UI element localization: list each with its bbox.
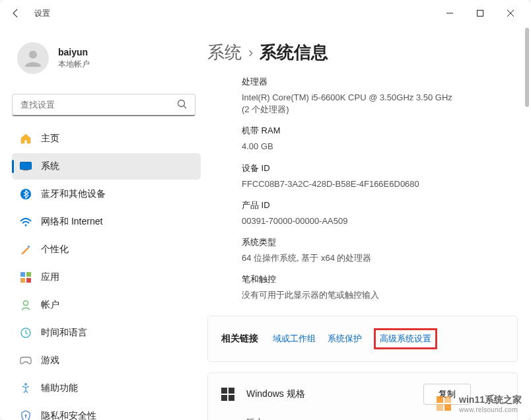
spec-label-cpu: 处理器 — [242, 76, 518, 88]
spec-label-version: 版本 — [246, 417, 504, 420]
windows-spec-title: Windows 规格 — [246, 388, 411, 400]
watermark-text: win11系统之家 — [459, 394, 522, 406]
nav-label: 系统 — [41, 160, 59, 172]
nav-gaming[interactable]: 游戏 — [12, 347, 201, 374]
main-pane: 系统 › 系统信息 处理器 Intel(R) Core(TM) i5-6600K… — [205, 26, 531, 420]
svg-rect-13 — [26, 272, 31, 277]
nav-bluetooth[interactable]: 蓝牙和其他设备 — [12, 181, 201, 207]
nav-network[interactable]: 网络和 Internet — [12, 209, 201, 235]
nav-label: 帐户 — [41, 299, 59, 311]
nav-home[interactable]: 主页 — [12, 125, 201, 152]
svg-rect-22 — [437, 396, 443, 403]
search-box — [12, 94, 195, 116]
app-title: 设置 — [34, 8, 50, 19]
link-system-protection[interactable]: 系统保护 — [328, 333, 362, 345]
breadcrumb: 系统 › 系统信息 — [207, 26, 518, 76]
svg-point-4 — [29, 51, 37, 59]
device-specs: 处理器 Intel(R) Core(TM) i5-6600K CPU @ 3.5… — [207, 76, 518, 301]
titlebar: 设置 — [0, 0, 531, 26]
close-button[interactable] — [495, 3, 526, 24]
watermark-logo — [435, 395, 454, 413]
nav-list: 主页 系统 蓝牙和其他设备 网络和 Internet 个性化 — [12, 125, 205, 420]
nav-privacy[interactable]: 隐私和安全性 — [12, 403, 201, 420]
page-title: 系统信息 — [260, 41, 328, 64]
spec-value-system-type: 64 位操作系统, 基于 x64 的处理器 — [242, 252, 518, 264]
svg-rect-24 — [437, 404, 443, 411]
nav-label: 隐私和安全性 — [41, 410, 96, 420]
spec-value-pen-touch: 没有可用于此显示器的笔或触控输入 — [242, 289, 518, 301]
personalization-icon — [20, 244, 32, 256]
nav-label: 个性化 — [41, 244, 69, 256]
spec-label-product-id: 产品 ID — [242, 199, 518, 211]
scrollbar-thumb[interactable] — [525, 28, 529, 107]
spec-value-device-id: FFCC08B7-3A2C-428D-B58E-4F166E6D0680 — [242, 178, 518, 190]
nav-time[interactable]: 时间和语言 — [12, 320, 201, 346]
related-links-label: 相关链接 — [221, 333, 258, 345]
apps-icon — [20, 271, 32, 283]
sidebar: baiyun 本地帐户 主页 系统 — [0, 26, 205, 420]
svg-rect-14 — [20, 278, 25, 283]
nav-label: 辅助功能 — [41, 382, 78, 394]
nav-accounts[interactable]: 帐户 — [12, 292, 201, 318]
svg-rect-8 — [23, 170, 28, 170]
user-icon — [22, 48, 44, 69]
svg-rect-23 — [444, 396, 451, 403]
spec-value-product-id: 00391-70000-00000-AA509 — [242, 215, 518, 227]
svg-line-6 — [184, 106, 187, 109]
nav-personalization[interactable]: 个性化 — [12, 236, 201, 263]
search-icon[interactable] — [177, 99, 188, 112]
spec-value-cpu: Intel(R) Core(TM) i5-6600K CPU @ 3.50GHz… — [242, 92, 518, 116]
nav-label: 时间和语言 — [41, 327, 87, 339]
nav-label: 网络和 Internet — [41, 216, 102, 228]
maximize-button[interactable] — [465, 3, 495, 24]
system-icon — [20, 160, 32, 172]
nav-label: 主页 — [41, 133, 59, 145]
minimize-icon — [446, 10, 453, 17]
back-button[interactable] — [5, 3, 26, 24]
accessibility-icon — [20, 382, 32, 394]
svg-rect-15 — [26, 278, 31, 283]
arrow-left-icon — [11, 8, 21, 18]
nav-apps[interactable]: 应用 — [12, 264, 201, 291]
svg-rect-20 — [25, 416, 26, 418]
svg-point-10 — [25, 225, 27, 227]
user-block[interactable]: baiyun 本地帐户 — [12, 34, 205, 82]
privacy-icon — [20, 410, 32, 420]
nav-accessibility[interactable]: 辅助功能 — [12, 375, 201, 402]
watermark-url: www.relsound.com — [459, 406, 522, 413]
svg-point-18 — [24, 383, 27, 386]
svg-point-5 — [178, 100, 185, 107]
spec-value-ram: 4.00 GB — [242, 141, 518, 153]
search-input[interactable] — [12, 94, 195, 116]
windows-icon — [221, 388, 234, 401]
time-icon — [20, 327, 32, 339]
related-links-bar: 相关链接 域或工作组 系统保护 高级系统设置 — [207, 316, 518, 362]
gaming-icon — [20, 355, 32, 367]
spec-label-ram: 机带 RAM — [242, 125, 518, 137]
svg-point-19 — [25, 415, 27, 417]
bluetooth-icon — [20, 188, 32, 200]
accounts-icon — [20, 299, 32, 311]
spec-label-pen-touch: 笔和触控 — [242, 273, 518, 285]
nav-label: 游戏 — [41, 355, 59, 367]
scrollbar[interactable] — [522, 26, 531, 420]
spec-label-system-type: 系统类型 — [242, 236, 518, 248]
close-icon — [507, 10, 514, 17]
nav-system[interactable]: 系统 — [12, 153, 201, 180]
svg-rect-12 — [20, 272, 25, 277]
minimize-button[interactable] — [435, 3, 465, 24]
svg-rect-7 — [20, 162, 32, 170]
chevron-right-icon: › — [248, 44, 253, 61]
svg-rect-1 — [478, 11, 483, 17]
spec-label-device-id: 设备 ID — [242, 162, 518, 174]
svg-point-16 — [24, 301, 28, 306]
watermark: win11系统之家 www.relsound.com — [435, 394, 522, 413]
nav-label: 应用 — [41, 271, 59, 283]
home-icon — [20, 133, 32, 145]
link-domain-workgroup[interactable]: 域或工作组 — [273, 333, 316, 345]
network-icon — [20, 216, 32, 228]
breadcrumb-parent[interactable]: 系统 — [207, 41, 242, 64]
maximize-icon — [477, 10, 483, 17]
account-type: 本地帐户 — [58, 59, 90, 70]
link-advanced-system-settings[interactable]: 高级系统设置 — [374, 328, 437, 349]
